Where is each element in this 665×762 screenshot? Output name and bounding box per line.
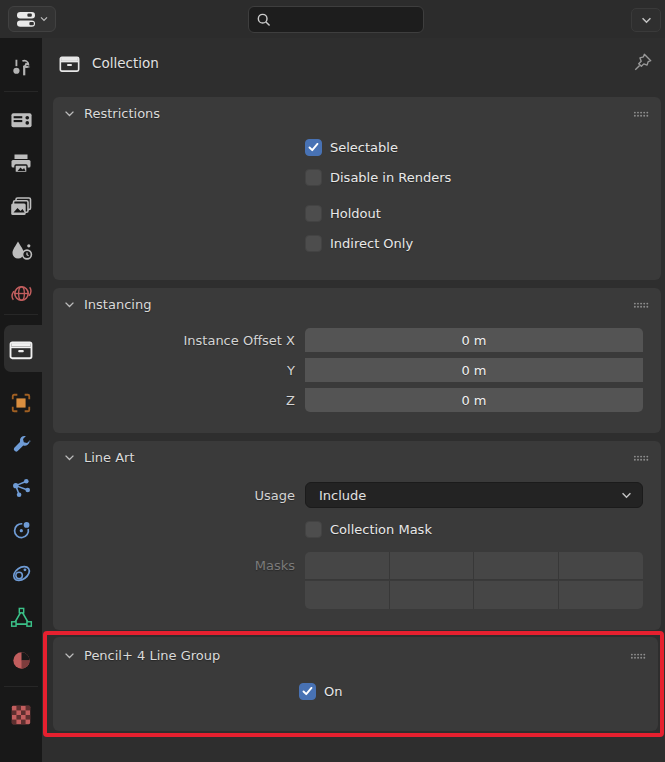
disable-in-renders-checkbox[interactable]: [305, 169, 322, 186]
on-checkbox[interactable]: [299, 683, 316, 700]
mask-toggle-8[interactable]: [559, 581, 644, 609]
panel-title: Pencil+ 4 Line Group: [84, 648, 220, 663]
sidebar-tab-object-data[interactable]: [0, 605, 42, 629]
pin-icon: [633, 52, 653, 73]
blender-properties-editor: Collection Restrictions: [0, 0, 665, 762]
sidebar-tab-view-layer[interactable]: [0, 194, 42, 218]
selectable-checkbox[interactable]: [305, 139, 322, 156]
indirect-only-checkbox[interactable]: [305, 235, 322, 252]
instance-offset-y-field[interactable]: 0 m: [305, 358, 643, 382]
usage-value: Include: [319, 488, 621, 503]
mask-toggle-5[interactable]: [305, 581, 390, 609]
panel-instancing-header[interactable]: Instancing: [53, 288, 661, 312]
sidebar-tab-render[interactable]: [0, 108, 42, 132]
holdout-label: Holdout: [330, 206, 381, 221]
mask-toggle-6[interactable]: [390, 581, 475, 609]
mask-toggle-4[interactable]: [559, 552, 644, 580]
disable-in-renders-label: Disable in Renders: [330, 170, 451, 185]
panel-line-art-header[interactable]: Line Art: [53, 441, 661, 465]
red-highlight-annotation: Pencil+ 4 Line Group On: [43, 631, 664, 737]
row-on: On: [53, 683, 658, 700]
header-menu-button[interactable]: [631, 8, 661, 32]
sidebar-tab-output[interactable]: [0, 151, 42, 175]
breadcrumb: Collection: [42, 38, 665, 88]
holdout-checkbox[interactable]: [305, 205, 322, 222]
chevron-down-icon: [64, 652, 75, 660]
row-selectable: Selectable: [53, 139, 661, 156]
sidebar-tab-constraints[interactable]: [0, 561, 42, 585]
mask-toggle-2[interactable]: [390, 552, 475, 580]
mask-toggle-1[interactable]: [305, 552, 390, 580]
sidebar-tab-particles[interactable]: [0, 476, 42, 500]
sidebar-tab-collection[interactable]: [0, 337, 42, 361]
sidebar-tab-texture[interactable]: [0, 703, 42, 727]
instance-offset-z-field[interactable]: 0 m: [305, 388, 643, 412]
instance-offset-x-field[interactable]: 0 m: [305, 328, 643, 352]
chevron-down-icon: [64, 301, 75, 309]
panel-restrictions-header[interactable]: Restrictions: [53, 97, 661, 121]
row-instance-offset-z: Z 0 m: [53, 388, 661, 412]
mask-toggle-3[interactable]: [474, 552, 559, 580]
drag-handle-icon[interactable]: [633, 454, 649, 462]
editor-type-button[interactable]: [8, 6, 56, 32]
collection-mask-label: Collection Mask: [330, 522, 432, 537]
sidebar-tab-material[interactable]: [0, 648, 42, 672]
search-input[interactable]: [276, 13, 416, 27]
object-icon: [10, 392, 32, 414]
panel-pencil-header[interactable]: Pencil+ 4 Line Group: [53, 637, 658, 663]
instance-offset-y-label: Y: [53, 363, 295, 378]
panel-pencil-line-group: Pencil+ 4 Line Group On: [53, 637, 658, 731]
physics-icon: [10, 519, 33, 542]
check-icon: [302, 687, 313, 696]
collection-mask-checkbox[interactable]: [305, 521, 322, 538]
row-instance-offset-x: Instance Offset X 0 m: [53, 328, 661, 352]
pin-button[interactable]: [633, 52, 653, 77]
panel-restrictions: Restrictions Selectable: [53, 97, 661, 280]
search-box[interactable]: [248, 6, 424, 33]
collection-box-icon: [9, 339, 33, 360]
scene-icon: [10, 240, 33, 261]
row-collection-mask: Collection Mask: [53, 521, 661, 538]
sidebar-tab-physics[interactable]: [0, 518, 42, 542]
properties-editor-icon: [16, 11, 38, 28]
row-masks: Masks: [53, 552, 661, 609]
selectable-label: Selectable: [330, 140, 398, 155]
row-usage: Usage Include: [53, 482, 661, 508]
panel-title: Restrictions: [84, 106, 160, 121]
indirect-only-label: Indirect Only: [330, 236, 413, 251]
row-indirect-only: Indirect Only: [53, 235, 661, 252]
tool-icon: [10, 57, 32, 79]
check-icon: [308, 143, 319, 152]
render-camera-icon: [10, 110, 33, 130]
properties-tab-bar: [0, 38, 42, 762]
panel-list: Restrictions Selectable: [42, 88, 665, 737]
texture-checker-icon: [10, 704, 32, 726]
sidebar-tab-object[interactable]: [0, 391, 42, 415]
panel-title: Instancing: [84, 297, 151, 312]
drag-handle-icon[interactable]: [630, 652, 646, 660]
drag-handle-icon[interactable]: [633, 301, 649, 309]
chevron-down-icon: [64, 110, 75, 118]
panel-line-art: Line Art Usage Include: [53, 441, 661, 630]
sidebar-tab-modifiers[interactable]: [0, 433, 42, 457]
particles-icon: [10, 477, 33, 500]
collection-box-icon: [59, 54, 80, 73]
properties-header: [0, 0, 665, 38]
usage-label: Usage: [53, 488, 295, 503]
panel-instancing: Instancing Instance Offset X 0 m Y 0 m Z: [53, 288, 661, 433]
sidebar-tab-world[interactable]: [0, 281, 42, 305]
sidebar-tab-scene[interactable]: [0, 238, 42, 262]
view-layer-images-icon: [10, 196, 32, 217]
drag-handle-icon[interactable]: [633, 110, 649, 118]
row-holdout: Holdout: [53, 205, 661, 222]
world-globe-icon: [10, 282, 33, 305]
on-label: On: [324, 684, 342, 699]
mask-toggle-7[interactable]: [474, 581, 559, 609]
tab-separator: [4, 91, 38, 92]
panel-title: Line Art: [84, 450, 135, 465]
sidebar-tab-tool[interactable]: [0, 56, 42, 80]
instance-offset-x-label: Instance Offset X: [53, 333, 295, 348]
breadcrumb-title: Collection: [92, 55, 159, 71]
usage-dropdown[interactable]: Include: [305, 482, 643, 508]
properties-content: Collection Restrictions: [42, 38, 665, 762]
